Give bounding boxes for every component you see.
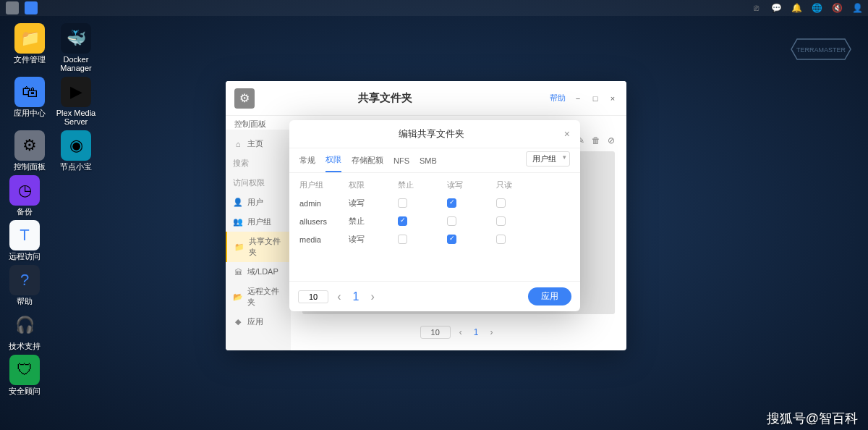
- rw-checkbox[interactable]: [447, 235, 456, 244]
- table-row: allusers 禁止: [299, 212, 570, 230]
- gear-icon: ⚙: [234, 88, 255, 109]
- sidebar-item[interactable]: 📂远程文件夹: [226, 282, 291, 312]
- column-header: 读写: [447, 180, 490, 190]
- icon-label: 远程访问: [9, 252, 41, 261]
- modal-tab[interactable]: 存储配额: [352, 149, 383, 172]
- app-icon: 📁: [14, 23, 45, 54]
- forbid-checkbox[interactable]: [398, 198, 407, 208]
- group-name: allusers: [299, 217, 343, 226]
- modal-tab[interactable]: SMB: [420, 151, 437, 171]
- app-icon: ◷: [9, 175, 40, 206]
- close-button[interactable]: ×: [608, 93, 618, 104]
- icon-label: 文件管理: [14, 55, 46, 64]
- desktop-icon[interactable]: ?帮助: [7, 264, 42, 307]
- pagination: 10 ‹ 1 ›: [297, 320, 621, 345]
- window-sidebar: ⌂主页 搜索 访问权限 👤用户👥用户组📁共享文件夹🏛域/LDAP📂远程文件夹◆应…: [226, 130, 291, 350]
- icon-label: 应用中心: [14, 109, 46, 117]
- app-icon: 🐳: [61, 23, 91, 54]
- rw-checkbox[interactable]: [447, 216, 456, 226]
- sidebar-access-header: 访问权限: [226, 173, 291, 193]
- icon-label: Plex Media Server: [56, 109, 95, 126]
- modal-tab[interactable]: NFS: [393, 151, 409, 171]
- modal-next[interactable]: ›: [366, 289, 378, 305]
- apply-button[interactable]: 应用: [528, 287, 571, 305]
- desktop-icon[interactable]: 🛡安全顾问: [7, 353, 42, 397]
- brand-logo: TERRAMASTER: [788, 36, 854, 65]
- app-icon: 🛍: [14, 77, 45, 107]
- bell-icon[interactable]: 🔔: [791, 3, 801, 13]
- sidebar-icon: 👤: [233, 198, 243, 207]
- sidebar-icon: 🏛: [233, 268, 243, 277]
- edit-share-modal: 编辑共享文件夹 × 常规权限存储配额NFSSMB用户组 用户组权限禁止读写只读 …: [289, 120, 580, 311]
- icon-label: 控制面板: [14, 162, 46, 171]
- sidebar-item[interactable]: 🏛域/LDAP: [226, 262, 291, 282]
- delete-icon[interactable]: 🗑: [592, 135, 600, 146]
- icon-label: 技术支持: [9, 342, 41, 350]
- desktop-icon[interactable]: 🎧技术支持: [7, 308, 42, 352]
- taskbar: ⎚ 💬 🔔 🌐 🔇 👤: [0, 0, 868, 16]
- sidebar-item[interactable]: 👥用户组: [226, 212, 291, 232]
- icon-label: 备份: [17, 207, 33, 216]
- desktop-icons: 📁文件管理🐳Docker Manager🛍应用中心▶Plex Media Ser…: [7, 22, 98, 172]
- app-icon: ▶: [61, 77, 91, 107]
- icon-label: 节点小宝: [60, 162, 92, 171]
- modal-close-button[interactable]: ×: [564, 128, 570, 140]
- page-number[interactable]: 1: [471, 327, 482, 337]
- page-size-select[interactable]: 10: [420, 326, 451, 339]
- monitor-icon[interactable]: ⎚: [751, 3, 761, 13]
- maximize-button[interactable]: □: [590, 93, 600, 104]
- chat-icon[interactable]: 💬: [771, 3, 781, 13]
- app-icon: 🛡: [9, 355, 40, 385]
- home-icon: ⌂: [233, 140, 243, 148]
- icon-label: 帮助: [17, 297, 33, 305]
- taskbar-settings-icon[interactable]: [25, 1, 38, 14]
- ro-checkbox[interactable]: [496, 198, 506, 208]
- user-icon[interactable]: 👤: [852, 3, 862, 13]
- desktop-icon[interactable]: ⚙控制面板: [7, 129, 52, 172]
- block-icon[interactable]: ⊘: [608, 135, 615, 146]
- sidebar-item[interactable]: ◆应用: [226, 312, 291, 332]
- modal-tab[interactable]: 常规: [299, 149, 315, 172]
- prev-page[interactable]: ‹: [455, 326, 467, 339]
- icon-label: Docker Manager: [60, 55, 91, 72]
- next-page[interactable]: ›: [485, 326, 497, 339]
- desktop-icon[interactable]: 🛍应用中心: [7, 75, 52, 127]
- rw-checkbox[interactable]: [447, 198, 456, 208]
- group-name: admin: [299, 199, 343, 208]
- minimize-button[interactable]: −: [573, 93, 583, 104]
- column-header: 只读: [496, 180, 540, 190]
- volume-icon[interactable]: 🔇: [832, 3, 842, 13]
- app-icon: ?: [9, 265, 40, 295]
- ro-checkbox[interactable]: [496, 235, 506, 244]
- modal-prev[interactable]: ‹: [333, 289, 345, 305]
- sidebar-item[interactable]: 📁共享文件夹: [226, 232, 291, 262]
- globe-icon[interactable]: 🌐: [812, 3, 822, 13]
- modal-page[interactable]: 1: [350, 290, 362, 303]
- group-name: media: [299, 235, 343, 244]
- group-select[interactable]: 用户组: [526, 151, 570, 166]
- taskbar-app-icon[interactable]: [6, 1, 19, 14]
- desktop-icon[interactable]: T远程访问: [7, 219, 42, 262]
- desktop-icon[interactable]: ◷备份: [7, 174, 42, 217]
- modal-page-size[interactable]: 10: [298, 290, 328, 303]
- watermark: 搜狐号@智百科: [767, 410, 858, 427]
- help-link[interactable]: 帮助: [550, 93, 566, 104]
- desktop-icon[interactable]: 📁文件管理: [7, 22, 52, 74]
- window-title: 共享文件夹: [263, 91, 506, 105]
- sidebar-icon: 📂: [233, 292, 243, 302]
- table-row: admin 读写: [299, 194, 570, 212]
- forbid-checkbox[interactable]: [398, 216, 407, 226]
- table-row: media 读写: [299, 230, 570, 248]
- modal-tab[interactable]: 权限: [326, 148, 341, 172]
- desktop-icon[interactable]: 🐳Docker Manager: [54, 22, 98, 74]
- sidebar-search[interactable]: 搜索: [226, 153, 291, 173]
- desktop-icon[interactable]: ▶Plex Media Server: [54, 75, 98, 127]
- ro-checkbox[interactable]: [496, 216, 506, 226]
- sidebar-item[interactable]: 👤用户: [226, 193, 291, 212]
- column-header: 禁止: [398, 180, 441, 190]
- column-header: 用户组: [299, 180, 343, 190]
- desktop-icon[interactable]: ◉节点小宝: [54, 129, 98, 172]
- sidebar-home[interactable]: ⌂主页: [226, 134, 291, 153]
- forbid-checkbox[interactable]: [398, 235, 407, 244]
- column-header: 权限: [349, 180, 392, 190]
